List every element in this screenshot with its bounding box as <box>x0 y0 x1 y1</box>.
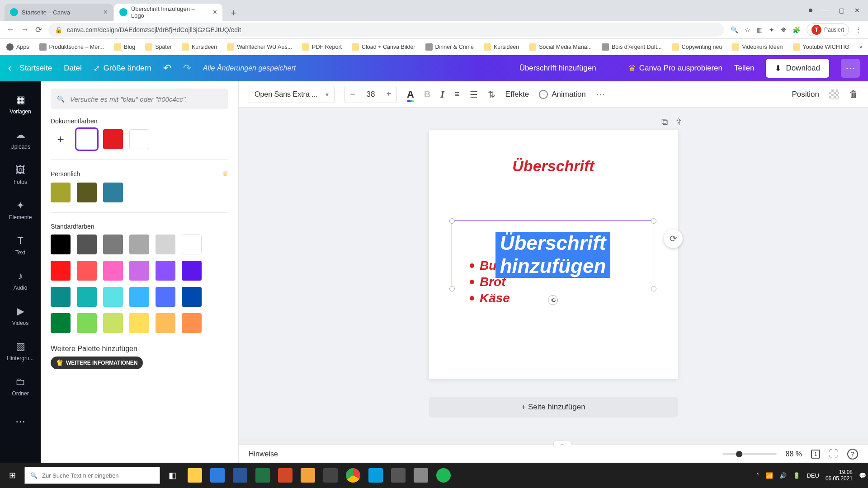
app-icon[interactable] <box>388 465 409 486</box>
download-button[interactable]: ⬇Download <box>766 59 829 78</box>
close-icon[interactable]: × <box>104 8 108 16</box>
zoom-slider[interactable] <box>722 453 777 455</box>
star-icon[interactable]: ☆ <box>745 26 750 33</box>
share-page-icon[interactable]: ⇪ <box>675 117 683 127</box>
profile-pause-pill[interactable]: T Pausiert <box>807 23 849 36</box>
delete-button[interactable]: 🗑 <box>849 89 858 99</box>
slider-thumb[interactable] <box>736 451 742 457</box>
bookmark-item[interactable]: Blog <box>114 43 135 51</box>
share-button[interactable]: Teilen <box>734 64 754 73</box>
bookmark-item[interactable]: PDF Report <box>302 43 342 51</box>
position-button[interactable]: Position <box>792 90 819 99</box>
bookmark-item[interactable]: Social Media Mana... <box>529 43 592 51</box>
color-swatch[interactable] <box>103 287 123 307</box>
color-swatch[interactable] <box>103 235 123 254</box>
app-icon[interactable] <box>297 465 318 486</box>
color-swatch[interactable] <box>77 287 97 307</box>
color-swatch[interactable] <box>77 183 97 202</box>
bookmark-item[interactable]: Youtube WICHTIG <box>793 43 849 51</box>
selected-text-element[interactable]: Überschrift hinzufügen ⟲ ⟳ <box>452 221 654 289</box>
bookmark-item[interactable]: Dinner & Crime <box>425 43 474 51</box>
bookmark-item[interactable]: Kursideen <box>484 43 519 51</box>
bold-button[interactable]: B <box>424 89 430 99</box>
bookmark-item[interactable]: Wahlfächer WU Aus... <box>227 43 292 51</box>
color-swatch[interactable] <box>77 313 97 333</box>
expand-hints-icon[interactable]: ︿ <box>553 441 571 447</box>
transparency-button[interactable] <box>829 89 839 99</box>
undo-icon[interactable]: ↶ <box>163 62 171 74</box>
size-increase-button[interactable]: + <box>381 89 396 99</box>
powerpoint-icon[interactable] <box>275 465 296 486</box>
effects-button[interactable]: Effekte <box>505 90 529 99</box>
align-button[interactable]: ≡ <box>454 89 460 99</box>
page-count-button[interactable]: 1 <box>811 450 820 459</box>
resize-menu[interactable]: ⤢Größe ändern <box>94 64 151 73</box>
color-swatch[interactable] <box>156 235 175 254</box>
rail-photos[interactable]: 🖼Fotos <box>0 157 41 192</box>
color-search-input[interactable] <box>70 95 222 103</box>
color-swatch[interactable] <box>103 183 123 202</box>
color-swatch[interactable] <box>51 183 71 202</box>
notifications-icon[interactable]: 💬 <box>859 472 866 479</box>
list-item[interactable]: Käse <box>470 291 517 305</box>
language-indicator[interactable]: DEU <box>807 472 819 479</box>
try-pro-button[interactable]: ♛Canva Pro ausprobieren <box>628 63 722 73</box>
clock[interactable]: 19:08 06.05.2021 <box>826 469 853 482</box>
color-swatch[interactable] <box>103 313 123 333</box>
color-swatch[interactable] <box>103 261 123 281</box>
bookmark-item[interactable]: Bois d'Argent Duft... <box>602 43 662 51</box>
app-icon[interactable] <box>410 465 431 486</box>
color-swatch[interactable] <box>156 313 175 333</box>
bookmark-item[interactable]: Videokurs Ideen <box>732 43 783 51</box>
forward-icon[interactable]: → <box>21 25 29 34</box>
design-page[interactable]: Überschrift Butter Brot Käse Überschrift… <box>429 130 678 379</box>
rail-folders[interactable]: 🗀Ordner <box>0 369 41 404</box>
more-tools-button[interactable]: ⋯ <box>596 89 605 100</box>
font-select[interactable]: Open Sans Extra ...▾ <box>249 86 335 103</box>
color-swatch[interactable] <box>182 235 202 254</box>
rail-text[interactable]: TText <box>0 228 41 263</box>
more-info-badge[interactable]: ♛WEITERE INFORMATIONEN <box>51 357 143 369</box>
url-input[interactable]: 🔒 canva.com/design/DAEdomzscjl/drBfjHdCo… <box>48 23 724 37</box>
browser-tab[interactable]: Startseite – Canva × <box>5 4 113 21</box>
color-swatch[interactable] <box>156 287 175 307</box>
add-page-button[interactable]: + Seite hinzufügen <box>429 397 678 418</box>
overflow-icon[interactable]: » <box>859 44 863 50</box>
back-icon[interactable]: ‹ <box>8 62 11 74</box>
rotate-handle[interactable]: ⟲ <box>548 295 558 305</box>
browser-tab-active[interactable]: Überschrift hinzufügen – Logo × <box>114 4 222 21</box>
puzzle-icon[interactable]: 🧩 <box>793 26 800 33</box>
bookmark-item[interactable]: Copywriting neu <box>672 43 722 51</box>
reload-icon[interactable]: ⟳ <box>35 25 42 35</box>
color-swatch[interactable] <box>129 313 149 333</box>
wifi-icon[interactable]: 📶 <box>766 472 773 479</box>
color-swatch[interactable] <box>77 235 97 254</box>
duplicate-page-icon[interactable]: ⧉ <box>661 117 668 127</box>
maximize-icon[interactable]: ▢ <box>839 7 844 14</box>
spotify-icon[interactable] <box>433 465 454 486</box>
start-button[interactable]: ⊞ <box>2 465 23 486</box>
close-icon[interactable]: × <box>213 8 217 16</box>
home-link[interactable]: Startseite <box>19 64 52 73</box>
color-swatch[interactable] <box>103 129 123 149</box>
explorer-icon[interactable] <box>184 465 205 486</box>
extension-icon[interactable]: ❋ <box>781 26 786 33</box>
menu-icon[interactable]: ⋮ <box>855 26 862 33</box>
file-menu[interactable]: Datei <box>64 64 82 73</box>
spacing-button[interactable]: ⇅ <box>488 89 495 100</box>
help-icon[interactable]: ? <box>847 449 858 460</box>
extension-icon[interactable]: ▥ <box>757 26 763 33</box>
close-window-icon[interactable]: ✕ <box>854 7 860 14</box>
app-icon[interactable] <box>320 465 341 486</box>
color-swatch[interactable] <box>182 287 202 307</box>
page-heading[interactable]: Überschrift <box>429 157 678 175</box>
rail-more[interactable]: ⋯ <box>0 404 41 439</box>
color-swatch[interactable] <box>51 287 71 307</box>
document-title-input[interactable] <box>499 64 617 73</box>
add-color-button[interactable]: + <box>51 129 71 149</box>
task-view-icon[interactable]: ◧ <box>162 465 183 486</box>
battery-icon[interactable]: 🔋 <box>793 472 800 479</box>
rail-audio[interactable]: ♪Audio <box>0 263 41 298</box>
color-swatch[interactable] <box>129 235 149 254</box>
more-menu-button[interactable]: ⋯ <box>841 59 860 78</box>
